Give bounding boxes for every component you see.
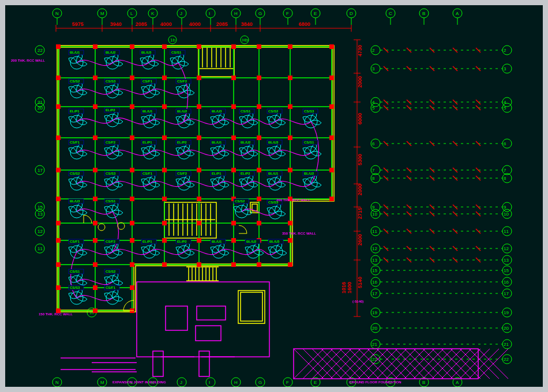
svg-text:CS/F2: CS/F2: [106, 141, 116, 144]
svg-rect-422: [199, 351, 209, 376]
svg-text:I: I: [209, 11, 210, 16]
svg-rect-316: [231, 104, 236, 109]
caption-left: EXPANSION JOINT IN BUILDING: [112, 380, 166, 384]
svg-text:J: J: [180, 380, 182, 385]
svg-text:BL/U1: BL/U1: [142, 110, 153, 113]
svg-rect-326: [288, 44, 292, 49]
svg-text:N: N: [55, 11, 59, 16]
svg-rect-317: [231, 135, 236, 140]
svg-rect-325: [257, 197, 261, 201]
svg-text:CS/S2: CS/S2: [268, 110, 279, 113]
svg-text:D: D: [350, 11, 353, 16]
svg-text:CS/S3: CS/S3: [304, 110, 314, 113]
svg-text:BL/U3: BL/U3: [141, 51, 152, 54]
svg-text:CS/F2: CS/F2: [177, 172, 187, 175]
svg-text:CS/F1: CS/F1: [70, 141, 80, 144]
svg-text:A: A: [456, 380, 459, 385]
svg-text:15: 15: [372, 268, 377, 273]
svg-rect-310: [197, 104, 201, 109]
svg-text:N: N: [55, 380, 59, 385]
svg-text:M: M: [100, 11, 104, 16]
svg-text:5: 5: [504, 105, 506, 111]
svg-text:M: M: [100, 380, 104, 385]
svg-text:16: 16: [372, 280, 377, 285]
svg-rect-309: [197, 76, 201, 80]
note-right1: 200 THK. RCC WALL: [276, 198, 310, 202]
svg-text:12: 12: [37, 229, 43, 234]
svg-rect-298: [130, 104, 134, 109]
svg-text:5300: 5300: [357, 154, 363, 165]
svg-text:6800: 6800: [299, 21, 310, 27]
svg-text:3: 3: [372, 66, 375, 71]
svg-text:10: 10: [372, 212, 377, 217]
svg-rect-348: [162, 238, 167, 243]
svg-text:EL/P1: EL/P1: [142, 240, 152, 243]
svg-text:BL/U1: BL/U1: [212, 141, 222, 144]
svg-rect-339: [56, 238, 61, 243]
svg-text:EL/P1: EL/P1: [212, 172, 222, 175]
svg-text:BL/U1: BL/U1: [268, 172, 279, 175]
svg-rect-347: [162, 221, 167, 225]
svg-text:CS/F1: CS/F1: [70, 240, 80, 243]
svg-rect-345: [130, 238, 134, 243]
svg-rect-289: [56, 197, 61, 201]
svg-rect-354: [231, 238, 236, 243]
svg-rect-350: [197, 221, 201, 225]
svg-rect-365: [93, 308, 97, 313]
svg-text:6000: 6000: [357, 113, 363, 125]
svg-rect-284: [56, 44, 61, 49]
svg-text:1b: 1b: [170, 37, 175, 43]
svg-rect-307: [162, 197, 167, 201]
svg-rect-417: [137, 282, 269, 357]
svg-text:9: 9: [372, 205, 375, 210]
svg-text:EL/P2: EL/P2: [177, 141, 187, 144]
svg-rect-420: [196, 326, 221, 341]
svg-text:17: 17: [372, 291, 377, 296]
drawing-viewport[interactable]: NMLKJIHGFEDCBA NMLKJIHGFEDCBA 2345678910…: [5, 5, 543, 387]
svg-rect-322: [257, 104, 261, 109]
svg-text:2085: 2085: [136, 21, 147, 27]
lift-shaft: [250, 202, 259, 213]
svg-text:EL/P2: EL/P2: [241, 172, 250, 175]
stair-center: [164, 202, 216, 238]
svg-text:CS/S2: CS/S2: [70, 172, 80, 175]
svg-rect-338: [56, 221, 61, 225]
svg-text:10: 10: [504, 212, 509, 217]
svg-rect-351: [197, 238, 201, 243]
beam-grid: [58, 47, 332, 311]
stair-top: [198, 47, 234, 77]
svg-text:4000: 4000: [160, 21, 172, 27]
svg-rect-302: [162, 44, 167, 49]
svg-rect-291: [93, 76, 97, 80]
svg-text:CS/S1: CS/S1: [106, 199, 116, 203]
svg-rect-469: [294, 349, 478, 379]
column-marks-right: [384, 48, 481, 262]
svg-rect-366: [130, 285, 134, 290]
svg-text:13: 13: [37, 212, 43, 217]
svg-rect-335: [329, 135, 334, 140]
svg-text:CS/S1: CS/S1: [171, 51, 182, 54]
svg-text:Hb: Hb: [242, 37, 249, 43]
svg-text:22: 22: [37, 48, 43, 53]
svg-text:9: 9: [504, 205, 506, 210]
svg-point-416: [118, 223, 125, 229]
cad-drawing[interactable]: NMLKJIHGFEDCBA NMLKJIHGFEDCBA 2345678910…: [5, 5, 543, 387]
svg-text:21: 21: [504, 342, 509, 347]
svg-text:13: 13: [372, 258, 377, 263]
svg-rect-336: [329, 168, 334, 172]
svg-rect-285: [56, 76, 61, 80]
svg-text:3840: 3840: [241, 21, 253, 27]
svg-point-415: [98, 224, 105, 231]
svg-rect-364: [93, 285, 97, 290]
svg-text:1600: 1600: [347, 282, 352, 293]
svg-text:G: G: [258, 380, 262, 385]
svg-rect-299: [130, 135, 134, 140]
dims-right-small: 1016 1600: [341, 282, 352, 293]
note-right2: 350 THK. RCC WALL: [282, 232, 316, 235]
svg-rect-287: [56, 135, 61, 140]
svg-text:8: 8: [504, 176, 506, 181]
stair-lower: [186, 267, 219, 281]
svg-text:EL/P1: EL/P1: [142, 141, 152, 144]
svg-rect-320: [257, 44, 261, 49]
svg-rect-346: [130, 262, 134, 267]
